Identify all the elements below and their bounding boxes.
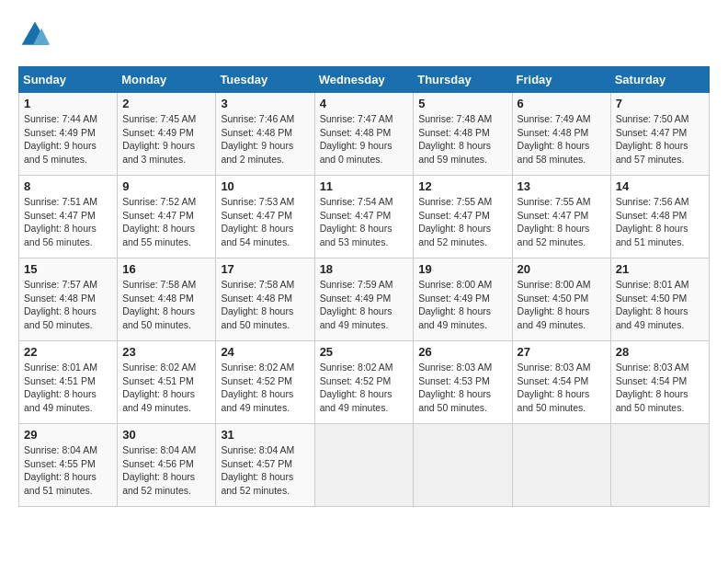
sunset-label: Sunset: 4:48 PM: [518, 127, 589, 138]
calendar-day-cell: 30 Sunrise: 8:04 AM Sunset: 4:56 PM Dayl…: [118, 424, 216, 507]
day-info: Sunrise: 7:51 AM Sunset: 4:47 PM Dayligh…: [24, 195, 112, 249]
sunrise-label: Sunrise: 8:03 AM: [518, 362, 591, 373]
sunset-label: Sunset: 4:56 PM: [122, 458, 194, 469]
day-info: Sunrise: 7:55 AM Sunset: 4:47 PM Dayligh…: [518, 195, 606, 249]
day-number: 24: [221, 345, 309, 359]
day-number: 1: [24, 97, 112, 110]
sunset-label: Sunset: 4:48 PM: [24, 293, 96, 304]
daylight-label: Daylight: 9 hours and 5 minutes.: [24, 140, 97, 165]
calendar-day-cell: 1 Sunrise: 7:44 AM Sunset: 4:49 PM Dayli…: [19, 93, 118, 176]
day-info: Sunrise: 8:02 AM Sunset: 4:52 PM Dayligh…: [221, 361, 309, 415]
sunrise-label: Sunrise: 7:46 AM: [221, 113, 294, 124]
daylight-label: Daylight: 8 hours and 49 minutes.: [122, 388, 195, 413]
day-info: Sunrise: 7:48 AM Sunset: 4:48 PM Dayligh…: [418, 112, 506, 167]
sunset-label: Sunset: 4:54 PM: [616, 375, 688, 386]
daylight-label: Daylight: 9 hours and 2 minutes.: [221, 140, 293, 165]
day-number: 2: [122, 97, 210, 110]
sunrise-label: Sunrise: 7:56 AM: [616, 196, 689, 207]
sunset-label: Sunset: 4:47 PM: [518, 210, 589, 221]
day-number: 9: [122, 179, 210, 193]
sunrise-label: Sunrise: 7:48 AM: [418, 113, 492, 124]
day-number: 15: [24, 262, 112, 276]
sunset-label: Sunset: 4:48 PM: [320, 127, 392, 138]
sunrise-label: Sunrise: 8:01 AM: [24, 362, 97, 373]
daylight-label: Daylight: 8 hours and 52 minutes.: [518, 223, 590, 247]
sunset-label: Sunset: 4:49 PM: [24, 127, 96, 138]
calendar-day-cell: 4 Sunrise: 7:47 AM Sunset: 4:48 PM Dayli…: [314, 93, 414, 176]
sunset-label: Sunset: 4:51 PM: [24, 375, 96, 386]
calendar-day-cell: 28 Sunrise: 8:03 AM Sunset: 4:54 PM Dayl…: [610, 341, 709, 424]
daylight-label: Daylight: 9 hours and 3 minutes.: [122, 140, 195, 165]
sunset-label: Sunset: 4:54 PM: [518, 375, 589, 386]
calendar-week-row: 29 Sunrise: 8:04 AM Sunset: 4:55 PM Dayl…: [19, 424, 710, 507]
day-number: 12: [418, 179, 506, 193]
daylight-label: Daylight: 8 hours and 50 minutes.: [221, 305, 293, 330]
daylight-label: Daylight: 8 hours and 52 minutes.: [418, 223, 491, 247]
daylight-label: Daylight: 8 hours and 50 minutes.: [616, 388, 688, 413]
sunrise-label: Sunrise: 8:02 AM: [221, 362, 294, 373]
calendar-day-cell: 3 Sunrise: 7:46 AM Sunset: 4:48 PM Dayli…: [216, 93, 314, 176]
sunrise-label: Sunrise: 7:55 AM: [518, 196, 591, 207]
weekday-header: Sunday: [19, 67, 118, 93]
day-info: Sunrise: 8:03 AM Sunset: 4:54 PM Dayligh…: [518, 361, 606, 415]
daylight-label: Daylight: 8 hours and 51 minutes.: [24, 471, 97, 496]
calendar-day-cell: 15 Sunrise: 7:57 AM Sunset: 4:48 PM Dayl…: [19, 259, 118, 341]
sunrise-label: Sunrise: 7:57 AM: [24, 279, 97, 290]
day-info: Sunrise: 8:04 AM Sunset: 4:57 PM Dayligh…: [221, 443, 309, 498]
calendar-week-row: 1 Sunrise: 7:44 AM Sunset: 4:49 PM Dayli…: [19, 93, 710, 176]
calendar-day-cell: 27 Sunrise: 8:03 AM Sunset: 4:54 PM Dayl…: [512, 341, 610, 424]
calendar-week-row: 22 Sunrise: 8:01 AM Sunset: 4:51 PM Dayl…: [19, 341, 710, 424]
sunset-label: Sunset: 4:48 PM: [122, 293, 194, 304]
daylight-label: Daylight: 8 hours and 49 minutes.: [418, 305, 491, 330]
sunset-label: Sunset: 4:55 PM: [24, 458, 96, 469]
daylight-label: Daylight: 8 hours and 51 minutes.: [616, 223, 688, 247]
calendar-table: SundayMondayTuesdayWednesdayThursdayFrid…: [18, 66, 710, 507]
sunrise-label: Sunrise: 8:00 AM: [418, 279, 492, 290]
sunset-label: Sunset: 4:48 PM: [221, 293, 292, 304]
sunrise-label: Sunrise: 7:51 AM: [24, 196, 97, 207]
day-number: 16: [122, 262, 210, 276]
sunset-label: Sunset: 4:53 PM: [418, 375, 490, 386]
sunset-label: Sunset: 4:47 PM: [221, 210, 292, 221]
sunset-label: Sunset: 4:48 PM: [616, 210, 688, 221]
calendar-day-cell: 6 Sunrise: 7:49 AM Sunset: 4:48 PM Dayli…: [512, 93, 610, 176]
daylight-label: Daylight: 8 hours and 58 minutes.: [518, 140, 590, 165]
daylight-label: Daylight: 8 hours and 50 minutes.: [518, 388, 590, 413]
day-info: Sunrise: 7:59 AM Sunset: 4:49 PM Dayligh…: [320, 278, 409, 332]
calendar-day-cell: 18 Sunrise: 7:59 AM Sunset: 4:49 PM Dayl…: [314, 259, 414, 341]
daylight-label: Daylight: 8 hours and 49 minutes.: [320, 388, 392, 413]
day-number: 27: [518, 345, 606, 359]
calendar-day-cell: 20 Sunrise: 8:00 AM Sunset: 4:50 PM Dayl…: [512, 259, 610, 341]
logo: [18, 18, 55, 52]
sunrise-label: Sunrise: 7:58 AM: [221, 279, 294, 290]
sunrise-label: Sunrise: 8:01 AM: [616, 279, 689, 290]
sunrise-label: Sunrise: 7:59 AM: [320, 279, 393, 290]
calendar-day-cell: 2 Sunrise: 7:45 AM Sunset: 4:49 PM Dayli…: [118, 93, 216, 176]
day-info: Sunrise: 8:00 AM Sunset: 4:49 PM Dayligh…: [418, 278, 506, 332]
daylight-label: Daylight: 8 hours and 49 minutes.: [221, 388, 293, 413]
day-number: 21: [616, 262, 704, 276]
calendar-day-cell: 7 Sunrise: 7:50 AM Sunset: 4:47 PM Dayli…: [610, 93, 709, 176]
calendar-day-cell: 11 Sunrise: 7:54 AM Sunset: 4:47 PM Dayl…: [314, 176, 414, 259]
weekday-header: Friday: [512, 67, 610, 93]
calendar-header: SundayMondayTuesdayWednesdayThursdayFrid…: [19, 67, 710, 93]
calendar-day-cell: 29 Sunrise: 8:04 AM Sunset: 4:55 PM Dayl…: [19, 424, 118, 507]
day-number: 17: [221, 262, 309, 276]
weekday-header: Monday: [118, 67, 216, 93]
day-number: 3: [221, 97, 309, 110]
daylight-label: Daylight: 8 hours and 59 minutes.: [418, 140, 491, 165]
day-info: Sunrise: 7:44 AM Sunset: 4:49 PM Dayligh…: [24, 112, 112, 167]
day-number: 13: [518, 179, 606, 193]
calendar-day-cell: 19 Sunrise: 8:00 AM Sunset: 4:49 PM Dayl…: [414, 259, 512, 341]
day-number: 4: [320, 97, 409, 110]
sunset-label: Sunset: 4:47 PM: [122, 210, 194, 221]
calendar-day-cell: 22 Sunrise: 8:01 AM Sunset: 4:51 PM Dayl…: [19, 341, 118, 424]
day-info: Sunrise: 7:54 AM Sunset: 4:47 PM Dayligh…: [320, 195, 409, 249]
day-number: 30: [122, 428, 210, 442]
sunrise-label: Sunrise: 7:53 AM: [221, 196, 294, 207]
calendar-day-cell: 14 Sunrise: 7:56 AM Sunset: 4:48 PM Dayl…: [610, 176, 709, 259]
sunrise-label: Sunrise: 7:54 AM: [320, 196, 393, 207]
page-header: [18, 18, 710, 52]
daylight-label: Daylight: 8 hours and 50 minutes.: [418, 388, 491, 413]
sunset-label: Sunset: 4:52 PM: [320, 375, 392, 386]
